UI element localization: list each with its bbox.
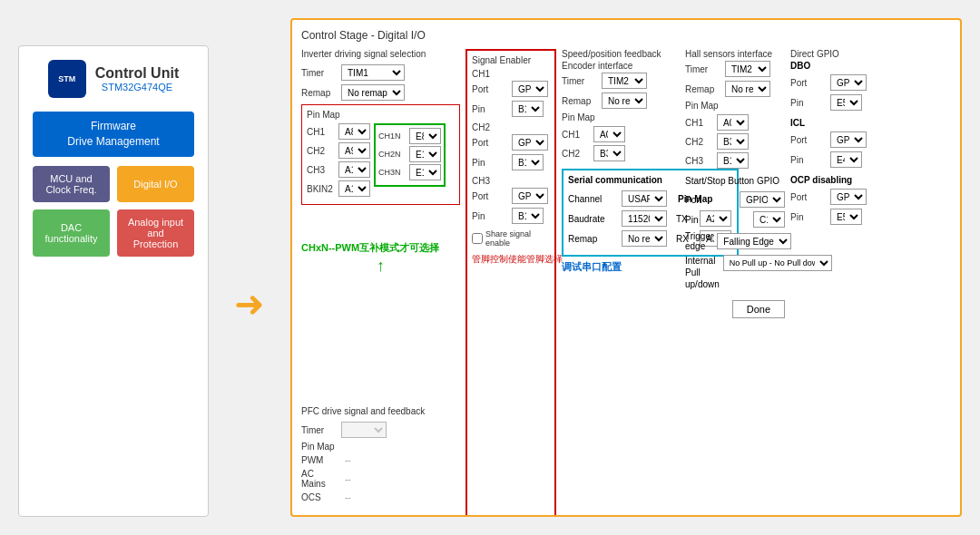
signal-ch2-pin-select[interactable]: B14 <box>512 154 544 170</box>
serial-baudrate-select[interactable]: 115200 <box>622 210 667 227</box>
pfc-acmains-label: AC Mains <box>301 469 338 489</box>
bkin2-select[interactable]: A11 <box>338 180 370 197</box>
signal-annotation: 管脚控制使能管脚选择 <box>472 253 550 266</box>
ch3n-select[interactable]: E12 <box>409 164 441 180</box>
hall-pin-map-label: Pin Map <box>685 101 785 111</box>
speed-section: Speed/position feedback Encoder interfac… <box>562 49 680 517</box>
hall-ch1-row: CH1 A0 <box>685 114 785 131</box>
ocp-port-label: Port <box>790 192 827 202</box>
remap-select[interactable]: No remap <box>341 84 405 101</box>
ss-port-select[interactable]: GPIOC <box>740 191 785 208</box>
ss-port-row: Port GPIOC <box>685 191 785 208</box>
ch2n-select[interactable]: E10 <box>409 146 441 162</box>
encoder-label: Encoder interface <box>562 61 680 71</box>
spd-pin-map: Pin Map CH1 A0 CH2 B3 <box>562 112 680 161</box>
ss-pin-select[interactable]: C13 <box>753 211 785 228</box>
serial-channel-select[interactable]: USART2 <box>622 190 667 207</box>
signal-ch1-port-select[interactable]: GPIOB <box>512 81 548 97</box>
hall-ch2-row: CH2 B3 <box>685 133 785 150</box>
dbo-pin-row: Pin E5 <box>790 94 881 111</box>
icl-port-label: Port <box>790 135 827 145</box>
hall-ch2-select[interactable]: B3 <box>717 133 749 150</box>
ocp-pin-select[interactable]: E5 <box>830 209 862 225</box>
control-unit-subtitle: STM32G474QE <box>95 82 179 92</box>
share-signal-label: Share signal enable <box>485 229 550 248</box>
control-unit-header: STM Control Unit STM32G474QE <box>48 60 179 98</box>
hall-ch1-select[interactable]: A0 <box>717 114 749 131</box>
signal-ch3-port-select[interactable]: GPIOB <box>512 188 548 204</box>
signal-ch1-group: CH1 Port GPIOB Pin B13 <box>472 69 550 117</box>
ch3n-row: CH3N E12 <box>378 164 441 180</box>
dbo-pin-select[interactable]: E5 <box>830 94 862 111</box>
ch1n-select[interactable]: E8 <box>409 128 441 144</box>
dbo-label: DBO <box>790 61 881 71</box>
icl-pin-select[interactable]: E4 <box>830 151 862 168</box>
signal-ch3-title: CH3 <box>472 176 550 186</box>
timer-select[interactable]: TIM1 <box>341 64 405 81</box>
spd-ch2-row: CH2 B3 <box>562 145 680 161</box>
remap-label: Remap <box>301 88 338 98</box>
pfc-section-label: PFC drive signal and feedback <box>301 406 456 416</box>
ch2-select[interactable]: A9 <box>338 142 370 159</box>
hall-section-label: Hall sensors interface <box>685 49 785 59</box>
signal-enabler-section: Signal Enabler CH1 Port GPIOB Pin B13 <box>466 49 556 517</box>
spd-ch2-select[interactable]: B3 <box>593 145 625 161</box>
pin-map-label: Pin Map <box>307 110 455 120</box>
pfc-timer-select[interactable] <box>341 422 387 438</box>
spd-timer-select[interactable]: TIM2 <box>602 73 647 89</box>
firmware-button[interactable]: Firmware Drive Management <box>33 112 194 157</box>
ch3-select[interactable]: A10 <box>338 161 370 178</box>
pfc-timer-label: Timer <box>301 425 338 435</box>
pfc-pin-fields: Pin Map PWM -- AC Mains -- OCS -- <box>301 442 456 506</box>
serial-annotation: 调试串口配置 <box>562 260 680 274</box>
icl-port-select[interactable]: GPIOE <box>830 131 867 148</box>
signal-ch3-pin-select[interactable]: B15 <box>512 208 544 224</box>
spd-remap-select[interactable]: No remap <box>602 92 647 109</box>
ss-pullupdown-label: Internal Pull up/down <box>685 255 720 290</box>
analog-button[interactable]: Analog input and Protection <box>117 209 194 257</box>
pfc-ocs-dash: -- <box>345 492 351 502</box>
ocp-label: OCP disabling <box>790 175 881 185</box>
hall-timer-select[interactable]: TIM2 <box>725 61 770 77</box>
ocp-pin-label: Pin <box>790 212 827 222</box>
signal-ch3-port-label: Port <box>472 191 508 201</box>
pfc-section: PFC drive signal and feedback Timer Pin … <box>301 406 456 506</box>
mcu-button[interactable]: MCU and Clock Freq. <box>33 166 110 202</box>
signal-ch1-pin-label: Pin <box>472 104 508 114</box>
ss-pin-label: Pin <box>685 215 750 225</box>
spd-ch1-select[interactable]: A0 <box>593 126 625 142</box>
pfc-pin-map-group: Pin Map PWM -- AC Mains -- OCS -- <box>301 442 351 506</box>
right-arrow: ➜ <box>234 283 265 325</box>
share-signal-checkbox[interactable] <box>472 233 483 244</box>
signal-ch1-pin-select[interactable]: B13 <box>512 101 544 117</box>
ch3-row: CH3 A10 <box>307 161 370 178</box>
hall-ch3-select[interactable]: B10 <box>717 152 749 169</box>
hall-remap-select[interactable]: No remap <box>725 81 770 97</box>
dbo-port-row: Port GPIOE <box>790 74 881 91</box>
signal-ch1-port-row: Port GPIOB <box>472 81 550 97</box>
hall-ch3-row: CH3 B10 <box>685 152 785 169</box>
spd-remap-label: Remap <box>562 96 598 106</box>
signal-ch1-title: CH1 <box>472 69 550 79</box>
spd-ch1-row: CH1 A0 <box>562 126 680 142</box>
ocp-port-row: Port GPIOE <box>790 189 881 205</box>
ss-trigger-select[interactable]: Falling Edge <box>717 233 791 249</box>
digital-io-button[interactable]: Digital I/O <box>117 166 194 202</box>
dac-button[interactable]: DAC functionality <box>33 209 110 257</box>
icl-label: ICL <box>790 118 881 128</box>
chn-box: CH1N E8 CH2N E10 CH3N E12 <box>374 123 446 187</box>
serial-remap-select[interactable]: No remap <box>622 230 667 247</box>
dbo-port-select[interactable]: GPIOE <box>830 74 867 91</box>
ocp-port-select[interactable]: GPIOE <box>830 189 867 205</box>
signal-ch2-port-select[interactable]: GPIOB <box>512 134 548 151</box>
control-unit-title: Control Unit STM32G474QE <box>95 65 179 92</box>
signal-ch1-pin-row: Pin B13 <box>472 101 550 117</box>
done-button[interactable]: Done <box>732 300 785 318</box>
ss-pullupdown-row: Internal Pull up/down No Pull up - No Pu… <box>685 255 785 290</box>
green-annotation-area: CHxN--PWM互补模式才可选择 ↑ <box>301 241 460 276</box>
ch2-row: CH2 A9 <box>307 142 370 159</box>
ch1-select[interactable]: A8 <box>338 123 370 140</box>
hall-ch1-label: CH1 <box>685 118 714 128</box>
left-panel: STM Control Unit STM32G474QE Firmware Dr… <box>18 45 209 517</box>
signal-ch1-port-label: Port <box>472 84 508 94</box>
